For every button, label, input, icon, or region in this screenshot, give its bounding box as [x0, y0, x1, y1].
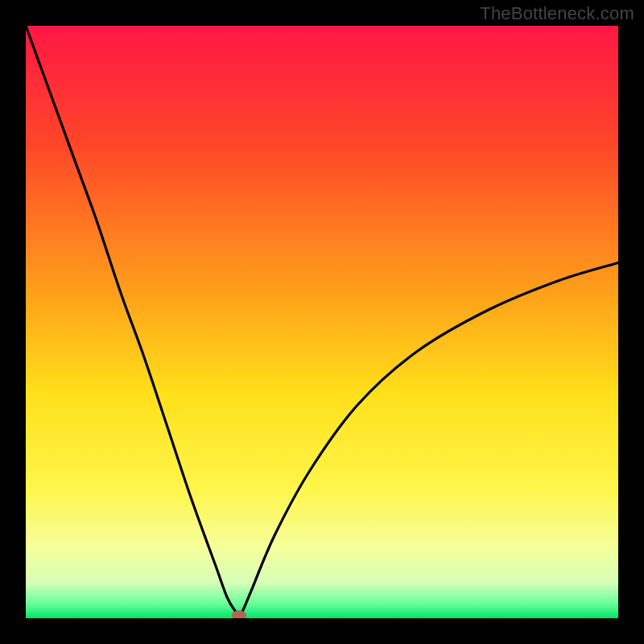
- chart-frame: TheBottleneck.com: [0, 0, 644, 644]
- plot-area: [26, 26, 618, 618]
- chart-svg: [26, 26, 618, 618]
- watermark-text: TheBottleneck.com: [480, 3, 634, 24]
- chart-background: [26, 26, 618, 618]
